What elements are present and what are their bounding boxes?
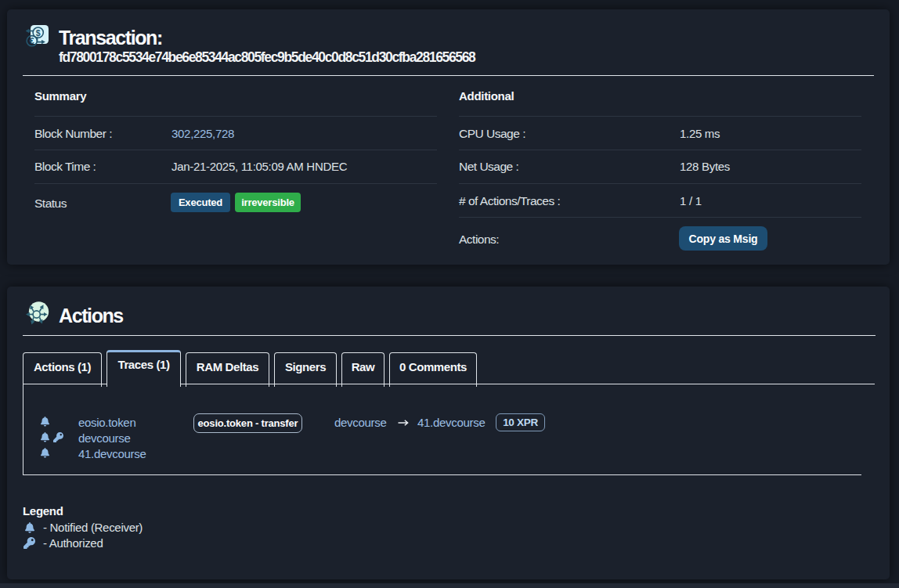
svg-text:$: $ <box>36 28 41 38</box>
svg-text:€: € <box>30 36 34 45</box>
